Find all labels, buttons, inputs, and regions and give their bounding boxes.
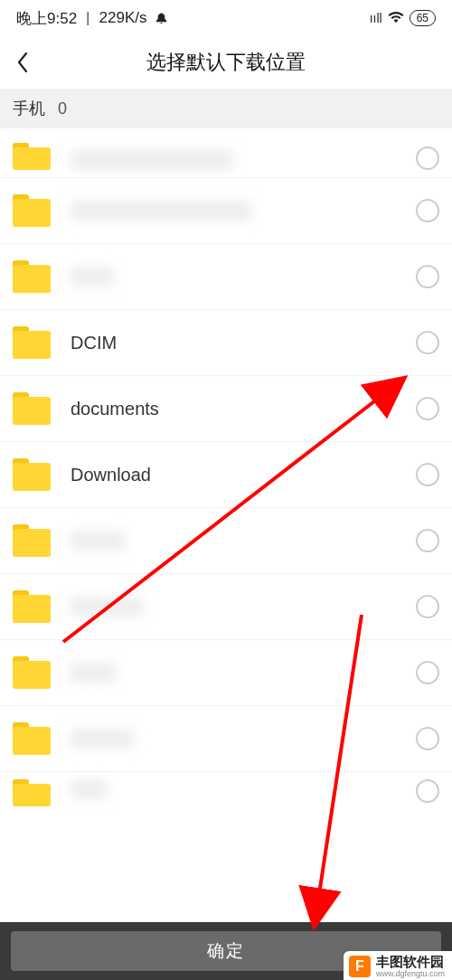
- folder-icon: [13, 392, 51, 425]
- folder-label: ████: [71, 531, 416, 551]
- breadcrumb-count: 0: [58, 99, 67, 118]
- folder-icon: [13, 194, 51, 227]
- folder-label: ████: [71, 597, 416, 617]
- folder-icon: [13, 260, 51, 293]
- watermark-name: 丰图软件园: [376, 955, 445, 968]
- folder-row[interactable]: ████: [0, 244, 452, 310]
- wifi-icon: [388, 11, 404, 26]
- folder-icon: [13, 656, 51, 689]
- back-button[interactable]: [0, 36, 45, 89]
- folder-label: ████: [71, 150, 416, 170]
- status-sep: |: [86, 9, 89, 27]
- select-radio[interactable]: [416, 331, 439, 354]
- folder-row[interactable]: ████: [0, 508, 452, 574]
- folder-label: ████: [71, 779, 416, 799]
- folder-icon: [13, 722, 51, 755]
- select-radio[interactable]: [416, 199, 439, 222]
- watermark-logo-icon: [349, 956, 371, 977]
- battery-icon: 65: [410, 10, 436, 26]
- status-bar: 晚上9:52 | 229K/s 🔔︎ ııll 65: [0, 0, 452, 36]
- folder-icon: [13, 524, 51, 557]
- header: 选择默认下载位置: [0, 36, 452, 89]
- watermark-url: www.dgfengtu.com: [376, 970, 445, 978]
- folder-row[interactable]: ████: [0, 128, 452, 178]
- folder-row[interactable]: Download: [0, 442, 452, 508]
- status-net-speed: 229K/s: [99, 9, 147, 27]
- folder-row[interactable]: documents: [0, 376, 452, 442]
- folder-list: ████████████DCIMdocumentsDownload███████…: [0, 128, 452, 826]
- breadcrumb[interactable]: 手机 0: [0, 89, 452, 128]
- status-left: 晚上9:52 | 229K/s 🔔︎: [16, 8, 168, 29]
- bell-icon: 🔔︎: [150, 11, 167, 26]
- folder-icon: [13, 590, 51, 623]
- folder-label: documents: [71, 399, 416, 419]
- folder-label: ████: [71, 663, 416, 683]
- folder-label: Download: [71, 465, 416, 485]
- folder-row[interactable]: ████: [0, 706, 452, 772]
- status-time: 晚上9:52: [16, 8, 77, 29]
- status-right: ııll 65: [370, 10, 436, 26]
- select-radio[interactable]: [416, 146, 439, 170]
- folder-row[interactable]: DCIM: [0, 310, 452, 376]
- folder-icon: [13, 458, 51, 491]
- select-radio[interactable]: [416, 529, 439, 552]
- select-radio[interactable]: [416, 265, 439, 288]
- folder-row[interactable]: ████: [0, 772, 452, 826]
- folder-row[interactable]: ████: [0, 178, 452, 244]
- breadcrumb-root: 手机: [13, 98, 45, 119]
- folder-icon: [13, 326, 51, 359]
- select-radio[interactable]: [416, 661, 439, 684]
- select-radio[interactable]: [416, 397, 439, 420]
- folder-row[interactable]: ████: [0, 640, 452, 706]
- folder-icon: [13, 779, 51, 806]
- select-radio[interactable]: [416, 779, 439, 803]
- folder-row[interactable]: ████: [0, 574, 452, 640]
- watermark: 丰图软件园 www.dgfengtu.com: [344, 951, 452, 980]
- folder-icon: [13, 143, 51, 170]
- select-radio[interactable]: [416, 595, 439, 618]
- signal-icon: ııll: [370, 11, 382, 25]
- folder-label: ████: [71, 201, 416, 221]
- folder-label: ████: [71, 267, 416, 287]
- page-title: 选择默认下载位置: [0, 49, 452, 76]
- select-radio[interactable]: [416, 727, 439, 750]
- select-radio[interactable]: [416, 463, 439, 486]
- folder-label: ████: [71, 729, 416, 749]
- folder-label: DCIM: [71, 333, 416, 353]
